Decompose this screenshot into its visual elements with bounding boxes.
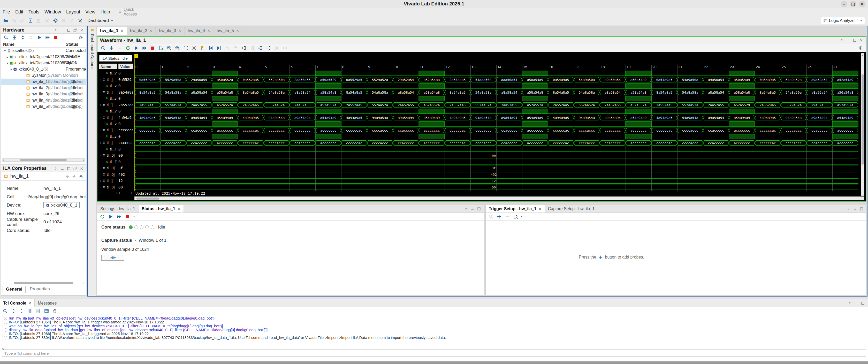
paste-icon[interactable] xyxy=(35,17,42,24)
close-icon[interactable]: ✕ xyxy=(120,29,124,33)
tcl-command-input[interactable]: Type a Tcl command here xyxy=(2,350,866,357)
delete-icon[interactable] xyxy=(43,17,51,24)
float-icon[interactable] xyxy=(73,28,77,32)
expand-icon[interactable]: › xyxy=(99,179,102,183)
clear-console-icon[interactable] xyxy=(51,307,58,314)
search-icon[interactable] xyxy=(2,307,9,314)
waveform-plot[interactable]: 0123456789101112131415161718192021222324… xyxy=(134,53,859,196)
signal-name-list[interactable]: tl...v›tl...]tl...v›tl...]tl...v›tl...]t… xyxy=(99,70,118,190)
doc-tab-hw_ila_5[interactable]: hw_ila_5✕ xyxy=(214,27,243,35)
stop-trigger-icon[interactable] xyxy=(149,44,156,52)
column-header-status[interactable]: Status xyxy=(66,42,86,47)
tree-row-hw_ila_5[interactable]: hw_ila_5 (tl/daq/g0.daq_top) Idle xyxy=(1,103,86,110)
close-icon[interactable]: ✕ xyxy=(236,29,239,33)
tree-row-xilinx_tcf/digilent/210308b41d3[interactable]: ▾xilinx_tcf/Digilent/210308B41D3 Open xyxy=(1,60,86,66)
column-header-name[interactable]: Name xyxy=(1,42,66,47)
close-button[interactable]: ✕ xyxy=(859,1,865,7)
signal-name-row[interactable]: ›tl...] xyxy=(99,76,118,83)
menu-view[interactable]: View xyxy=(83,9,98,15)
table-icon[interactable] xyxy=(43,307,50,314)
forward-arrow-icon[interactable] xyxy=(72,174,76,179)
help-icon[interactable]: ? xyxy=(54,28,58,32)
step-trigger-icon[interactable] xyxy=(132,213,139,220)
search-icon[interactable] xyxy=(3,34,10,41)
settings-gear-icon[interactable] xyxy=(52,17,59,24)
cut-disabled-icon[interactable] xyxy=(60,17,67,24)
signal-name-row[interactable]: ›tl...0] xyxy=(99,184,118,190)
minimize-icon[interactable] xyxy=(854,301,859,305)
menu-file[interactable]: File xyxy=(0,9,13,15)
signal-name-row[interactable]: tl...T xyxy=(99,146,118,152)
console-log[interactable]: −run_hw_ila [get_hw_ilas -of_objects [ge… xyxy=(3,315,868,340)
remove-window-icon[interactable] xyxy=(265,44,272,52)
zoom-in-icon[interactable] xyxy=(166,44,173,52)
go-to-end-icon[interactable] xyxy=(215,44,222,52)
signal-name-row[interactable]: tl...v xyxy=(99,70,118,76)
tab-messages[interactable]: Messages xyxy=(35,299,60,307)
window-in-icon[interactable] xyxy=(248,44,256,52)
run-trigger-icon[interactable] xyxy=(36,34,43,41)
tree-row-hw_ila_3[interactable]: hw_ila_3 (tl/daq/daqg[2].daqi Idle xyxy=(1,91,86,97)
maximize-button[interactable]: ▢ xyxy=(850,1,856,7)
signal-name-row[interactable]: tl...v xyxy=(99,108,118,114)
tab-tcl-console[interactable]: Tcl Console✕ xyxy=(0,299,35,307)
report-icon[interactable] xyxy=(27,17,34,24)
properties-settings-gear-icon[interactable] xyxy=(79,174,83,178)
help-icon[interactable]: ? xyxy=(840,38,844,42)
add-marker-icon[interactable] xyxy=(199,44,206,52)
signal-name-row[interactable]: tl...v xyxy=(99,133,118,140)
close-icon[interactable]: ✕ xyxy=(178,29,182,33)
signal-name-row[interactable]: tl...v xyxy=(99,95,118,101)
fit-width-icon[interactable] xyxy=(281,44,289,52)
close-icon[interactable] xyxy=(859,38,863,42)
tree-row-xcku040_0_1[interactable]: ▾xcku040_0_1 (6) Programmed xyxy=(1,66,86,72)
signal-name-row[interactable]: ›tl...0] xyxy=(99,165,118,171)
maximize-icon[interactable] xyxy=(853,38,857,42)
dashboard-dropdown[interactable]: Dashboard xyxy=(87,18,114,23)
tree-row-localhost[interactable]: ▾localhost (2) Connected xyxy=(1,48,86,54)
minimize-icon[interactable] xyxy=(470,207,474,211)
close-icon[interactable]: ✕ xyxy=(207,29,210,33)
waveform-vscrollbar[interactable]: ▲ xyxy=(861,53,864,196)
tab-capture-setup-hw-ila-1[interactable]: Capture Setup - hw_ila_1 xyxy=(545,205,598,213)
tab-general[interactable]: General xyxy=(3,286,26,293)
expand-icon[interactable]: › xyxy=(99,141,102,145)
signal-value-column-header[interactable]: Value xyxy=(118,64,133,69)
delete-all-icon[interactable] xyxy=(273,44,280,52)
search-icon[interactable] xyxy=(99,44,107,52)
value-col-scrollbar[interactable]: ‹› xyxy=(118,191,133,194)
signal-name-row[interactable]: ›tl...] xyxy=(99,127,118,133)
expand-icon[interactable]: › xyxy=(99,166,102,170)
maximize-icon[interactable] xyxy=(860,207,864,211)
minimize-icon[interactable] xyxy=(60,166,64,171)
stop-trigger-icon[interactable] xyxy=(124,213,131,220)
properties-hscrollbar[interactable]: ‹› xyxy=(2,281,85,285)
prev-transition-icon[interactable] xyxy=(224,44,231,52)
menu-help[interactable]: Help xyxy=(98,9,113,15)
go-to-start-icon[interactable] xyxy=(207,44,214,52)
run-trigger-immediate-icon[interactable] xyxy=(44,34,51,41)
menu-layout[interactable]: Layout xyxy=(64,9,83,15)
remove-icon[interactable] xyxy=(116,44,123,52)
tab-properties[interactable]: Properties xyxy=(27,286,53,293)
tree-row-sysmon[interactable]: SysMon (System Monitor) xyxy=(1,72,86,79)
close-icon[interactable] xyxy=(80,166,84,171)
hardware-settings-gear-icon[interactable] xyxy=(77,34,84,41)
doc-tab-hw_ila_4[interactable]: hw_ila_4✕ xyxy=(185,27,214,35)
maximize-icon[interactable] xyxy=(67,28,71,32)
run-trigger-immediate-icon[interactable] xyxy=(141,44,148,52)
add-probe-icon[interactable] xyxy=(598,255,603,260)
back-arrow-icon[interactable] xyxy=(65,174,69,179)
help-icon[interactable]: ? xyxy=(464,207,468,211)
report-icon[interactable] xyxy=(35,307,42,314)
maximize-icon[interactable] xyxy=(67,166,71,171)
collapse-all-icon[interactable] xyxy=(10,307,17,314)
signal-name-row[interactable]: ›tl...] xyxy=(99,101,118,108)
signal-name-row[interactable]: tl...v xyxy=(99,121,118,127)
slash-disabled-icon[interactable] xyxy=(68,17,75,24)
run-trigger-immediate-icon[interactable] xyxy=(115,213,123,220)
minimize-icon[interactable] xyxy=(846,38,850,42)
minimize-button[interactable]: – xyxy=(841,1,847,7)
zoom-fit-icon[interactable] xyxy=(182,44,189,52)
add-icon[interactable] xyxy=(108,44,115,52)
